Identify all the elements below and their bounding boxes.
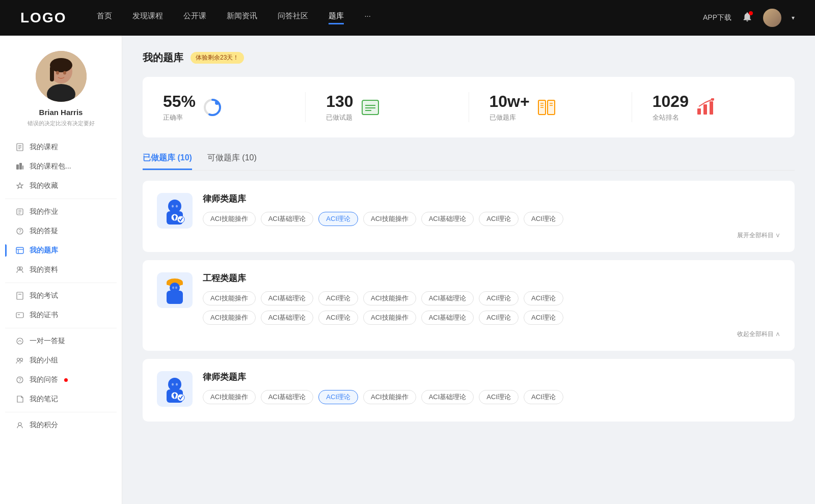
tag-item-active[interactable]: ACI理论	[318, 212, 358, 226]
nav-open-course[interactable]: 公开课	[183, 11, 206, 24]
tag-item[interactable]: ACI基础理论	[261, 291, 314, 305]
app-download[interactable]: APP下载	[703, 13, 731, 22]
qbank-tags-3: ACI技能操作 ACI基础理论 ACI理论 ACI技能操作 ACI基础理论 AC…	[203, 390, 780, 404]
sidebar-menu: 我的课程 我的课程包... 我的收藏 我的作业	[0, 137, 122, 435]
svg-point-6	[63, 71, 66, 75]
nav-news[interactable]: 新闻资讯	[227, 11, 257, 24]
tag-item[interactable]: ACI理论	[318, 311, 358, 325]
user-menu-arrow[interactable]: ▾	[792, 14, 795, 21]
sidebar-divider	[5, 283, 117, 283]
nav-home[interactable]: 首页	[97, 11, 112, 24]
nav-discover[interactable]: 发现课程	[132, 11, 163, 24]
tab-available[interactable]: 可做题库 (10)	[207, 153, 257, 170]
qbank-title-3: 律师类题库	[203, 371, 780, 383]
svg-rect-17	[16, 247, 23, 254]
tag-item[interactable]: ACI基础理论	[421, 390, 474, 404]
svg-rect-13	[22, 165, 23, 170]
qbank-title-2: 工程类题库	[203, 272, 780, 284]
sidebar-label: 我的小组	[30, 356, 58, 365]
tag-item[interactable]: ACI理论	[524, 390, 563, 404]
tag-item[interactable]: ACI基础理论	[421, 212, 474, 226]
collapse-link-2[interactable]: 收起全部科目 ∧	[203, 330, 780, 339]
tag-item[interactable]: ACI基础理论	[421, 291, 474, 305]
sidebar-item-my-qa[interactable]: ? 我的问答	[5, 370, 117, 389]
sidebar-item-homework[interactable]: 我的作业	[5, 202, 117, 221]
sidebar-label: 我的课程包...	[30, 162, 71, 171]
stat-banks-text: 10w+ 已做题库	[490, 92, 530, 122]
svg-point-57	[172, 205, 174, 208]
nav-qbank[interactable]: 题库	[329, 11, 344, 24]
qbank-card-engineer: 工程类题库 ACI技能操作 ACI基础理论 ACI理论 ACI技能操作 ACI基…	[143, 260, 795, 351]
sidebar-avatar	[36, 51, 87, 102]
tab-done[interactable]: 已做题库 (10)	[143, 153, 192, 170]
svg-point-69	[172, 383, 174, 386]
svg-point-34	[215, 101, 219, 105]
stat-banks-label: 已做题库	[490, 113, 530, 122]
svg-point-54	[168, 200, 181, 213]
tag-item[interactable]: ACI基础理论	[261, 311, 314, 325]
expand-link-1[interactable]: 展开全部科目 ∨	[203, 231, 780, 240]
sidebar-label: 我的问答	[30, 375, 58, 384]
sidebar-item-materials[interactable]: 我的资料	[5, 260, 117, 279]
qbank-title-1: 律师类题库	[203, 193, 780, 205]
svg-point-64	[175, 287, 177, 289]
group-icon	[15, 356, 24, 365]
tag-item[interactable]: ACI技能操作	[203, 212, 256, 226]
homework-icon	[15, 207, 24, 216]
stat-rank-label: 全站排名	[653, 113, 689, 122]
tag-item-active[interactable]: ACI理论	[318, 390, 358, 404]
svg-point-62	[170, 283, 180, 293]
sidebar-item-points[interactable]: 我的积分	[5, 415, 117, 435]
nav-more[interactable]: ···	[364, 11, 371, 24]
tag-item[interactable]: ACI技能操作	[203, 390, 256, 404]
tag-item[interactable]: ACI理论	[479, 311, 519, 325]
tag-item[interactable]: ACI理论	[479, 212, 519, 226]
stat-banks-value: 10w+	[490, 92, 530, 111]
sidebar-label: 我的答疑	[30, 227, 58, 236]
sidebar-item-group[interactable]: 我的小组	[5, 351, 117, 370]
tag-item[interactable]: ACI理论	[479, 291, 519, 305]
done-icon	[361, 98, 380, 117]
sidebar-item-qbank[interactable]: 我的题库	[5, 241, 117, 260]
svg-point-27	[17, 358, 20, 361]
tag-item[interactable]: ACI技能操作	[363, 390, 416, 404]
sidebar-item-cert[interactable]: 我的证书	[5, 305, 117, 325]
sidebar-item-tutoring[interactable]: 一对一答疑	[5, 331, 117, 351]
sidebar-item-favorites[interactable]: 我的收藏	[5, 176, 117, 195]
sidebar-item-course-pkg[interactable]: 我的课程包...	[5, 157, 117, 176]
tag-item[interactable]: ACI技能操作	[203, 311, 256, 325]
tag-item[interactable]: ACI理论	[524, 212, 563, 226]
tag-item[interactable]: ACI理论	[318, 291, 358, 305]
svg-point-31	[18, 423, 21, 426]
tag-item[interactable]: ACI技能操作	[363, 291, 416, 305]
sidebar-item-notes[interactable]: 我的笔记	[5, 389, 117, 409]
tag-item[interactable]: ACI技能操作	[363, 311, 416, 325]
svg-point-63	[172, 287, 174, 289]
notification-bell[interactable]	[742, 11, 753, 24]
qbank-body-1: 律师类题库 ACI技能操作 ACI基础理论 ACI理论 ACI技能操作 ACI基…	[203, 193, 780, 240]
sidebar-label: 一对一答疑	[30, 337, 65, 346]
sidebar-item-my-course[interactable]: 我的课程	[5, 137, 117, 157]
tag-item[interactable]: ACI基础理论	[261, 390, 314, 404]
banks-icon	[537, 98, 556, 117]
user-avatar[interactable]	[763, 9, 781, 27]
tag-item[interactable]: ACI基础理论	[261, 212, 314, 226]
tag-item[interactable]: ACI技能操作	[363, 212, 416, 226]
tag-item[interactable]: ACI基础理论	[421, 311, 474, 325]
tag-item[interactable]: ACI理论	[524, 311, 563, 325]
tag-item[interactable]: ACI理论	[479, 390, 519, 404]
sidebar-label: 我的作业	[30, 207, 58, 216]
nav-qa[interactable]: 问答社区	[278, 11, 308, 24]
sidebar-label: 我的收藏	[30, 181, 58, 190]
tag-item[interactable]: ACI理论	[524, 291, 563, 305]
page-wrapper: Brian Harris 错误的决定比没有决定要好 我的课程 我的课程包... …	[0, 36, 815, 504]
header-right: APP下载 ▾	[703, 9, 795, 27]
sidebar-label: 我的资料	[30, 265, 58, 274]
qbank-tags-1: ACI技能操作 ACI基础理论 ACI理论 ACI技能操作 ACI基础理论 AC…	[203, 212, 780, 226]
sidebar-divider	[5, 199, 117, 199]
tag-item[interactable]: ACI技能操作	[203, 291, 256, 305]
stat-accuracy-label: 正确率	[163, 113, 196, 122]
stat-accuracy-text: 55% 正确率	[163, 92, 196, 122]
sidebar-item-qa[interactable]: ? 我的答疑	[5, 221, 117, 241]
sidebar-item-exam[interactable]: 我的考试	[5, 286, 117, 305]
